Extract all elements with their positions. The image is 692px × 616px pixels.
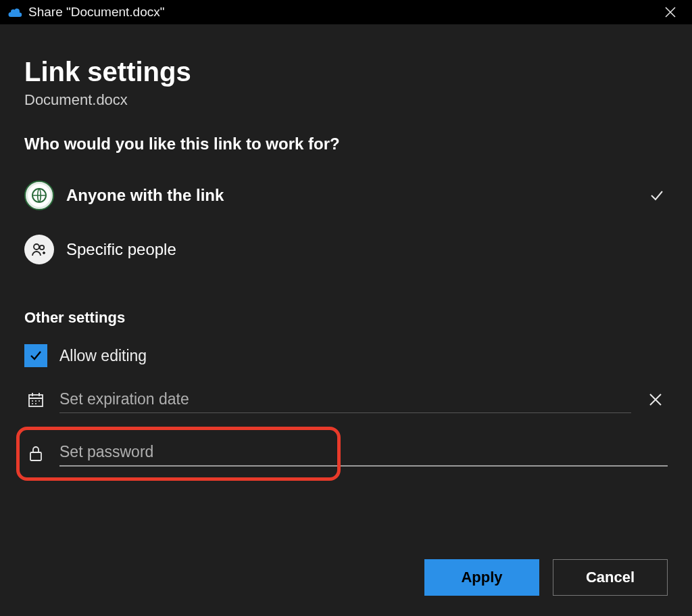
titlebar: Share "Document.docx" [0, 0, 692, 24]
password-input[interactable] [59, 439, 668, 467]
expiration-row [24, 381, 668, 419]
access-question: Who would you like this link to work for… [24, 135, 668, 153]
option-specific-people[interactable]: Specific people [24, 228, 668, 271]
titlebar-text: Share "Document.docx" [28, 5, 651, 20]
svg-rect-4 [30, 452, 41, 460]
other-settings-title: Other settings [24, 309, 668, 327]
option-anyone-with-link[interactable]: Anyone with the link [24, 174, 668, 217]
allow-editing-row: Allow editing [24, 339, 668, 373]
dialog-window: Share "Document.docx" Link settings Docu… [0, 0, 692, 616]
svg-point-2 [40, 245, 44, 250]
apply-button[interactable]: Apply [424, 559, 539, 596]
calendar-icon [24, 391, 47, 408]
option-specific-label: Specific people [66, 240, 668, 259]
content-panel: Link settings Document.docx Who would yo… [0, 24, 692, 539]
page-title: Link settings [24, 57, 668, 87]
people-icon [24, 235, 54, 264]
lock-icon [24, 444, 47, 462]
globe-icon [24, 181, 54, 210]
clear-expiration-button[interactable] [643, 387, 668, 412]
checkmark-icon [646, 185, 668, 206]
svg-point-1 [34, 244, 39, 250]
expiration-input[interactable] [59, 386, 631, 413]
footer-actions: Apply Cancel [0, 539, 692, 616]
close-button[interactable] [657, 0, 684, 24]
onedrive-icon [8, 7, 23, 18]
allow-editing-label: Allow editing [59, 347, 668, 365]
filename-label: Document.docx [24, 91, 668, 109]
cancel-button[interactable]: Cancel [553, 559, 668, 596]
allow-editing-checkbox[interactable] [24, 344, 47, 367]
password-row [24, 433, 668, 472]
option-anyone-label: Anyone with the link [66, 186, 634, 205]
